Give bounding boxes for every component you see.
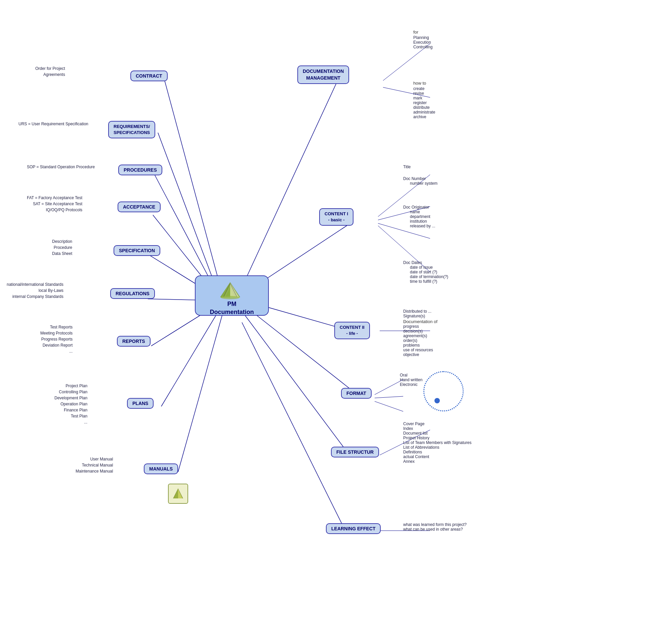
docmgmt-for-label: for: [413, 30, 432, 35]
content1-docnum-group: Doc Number number system: [403, 176, 437, 186]
learning-box: LEARNING EFFECT: [326, 523, 381, 534]
c2-docof-label: Documentation of: [403, 319, 437, 324]
contract-labels: Order for Project Agreements: [35, 66, 65, 78]
man-label-2: Technical Manual: [76, 462, 113, 468]
contract-label-2: Agreements: [35, 72, 65, 78]
procedures-labels: SOP = Standard Operation Procedure: [27, 164, 95, 170]
fmt-oral: Oral: [400, 373, 422, 378]
c1-docorg: Doc Originator: [403, 205, 435, 210]
acc-label-2: SAT = Site Acceptance Test: [27, 201, 82, 207]
fmt-handw: Hand written: [400, 378, 422, 382]
format-group: Oral Hand written Electronic: [400, 373, 422, 387]
specification-box: SPECIFICATION: [113, 245, 160, 256]
docmgmt-howto-7: archive: [413, 114, 435, 119]
docmgmt-for-3: Controlling: [413, 45, 432, 49]
docmgmt-howto-group: how to create revise mark register distr…: [413, 80, 435, 119]
spec-label-1: Description: [52, 238, 72, 244]
svg-line-25: [375, 396, 403, 398]
spec-label-3: Data Sheet: [52, 250, 72, 256]
svg-point-34: [221, 296, 240, 299]
acc-label-1: FAT = Factory Acceptance Test: [27, 195, 82, 201]
filestruct-group: Cover Page Index Document list Project H…: [403, 421, 471, 464]
format-dot: [434, 398, 440, 403]
reg-label-3: internal Company Standards: [7, 293, 64, 300]
c1-title: Title: [403, 165, 411, 169]
c2-agreement: agreement(s): [403, 334, 437, 338]
c1-dept: department: [410, 214, 435, 219]
proc-label-1: SOP = Standard Operation Procedure: [27, 164, 95, 170]
plans-node: PLANS: [127, 398, 154, 409]
small-book-icon: [168, 484, 188, 504]
c1-rel: released by ...: [410, 224, 435, 229]
c1-sig: Signature(s): [403, 314, 431, 318]
spec-label-2: Procedure: [52, 244, 72, 250]
rep-label-4: Deviation Report: [40, 342, 73, 348]
docmgmt-howto-label: how to: [413, 80, 435, 85]
docmgmt-howto-4: register: [413, 100, 435, 105]
reports-node: REPORTS: [117, 336, 150, 347]
procedures-box: PROCEDURES: [118, 165, 162, 175]
docmgmt-for-2: Execution: [413, 40, 432, 45]
content1-title-group: Title: [403, 165, 411, 169]
c2-problems: problems: [403, 343, 437, 348]
fs-team: List of Team Members with Signatures: [403, 440, 471, 445]
filestruct-box: FILE STRUCTUR: [331, 447, 379, 457]
rep-label-1: Test Reports: [40, 324, 73, 330]
requirements-labels: URS = User Requirement Specification: [19, 121, 88, 127]
regulations-box: REGULATIONS: [110, 288, 155, 299]
plan-label-7: ...: [55, 419, 87, 425]
docmgmt-howto-3: mark: [413, 96, 435, 100]
svg-line-7: [161, 306, 222, 406]
c2-progress: progress: [403, 324, 437, 329]
fs-doclist: Document list: [403, 431, 471, 436]
book-icon: [217, 279, 244, 302]
req-label-1: URS = User Requirement Specification: [19, 121, 88, 127]
svg-line-24: [375, 380, 403, 394]
requirements-node: REQUIREMENTS/SPECIFICATIONS: [108, 121, 155, 138]
reg-label-2: local By-Laws: [7, 287, 64, 293]
plan-label-5: Finance Plan: [55, 407, 87, 413]
fs-abbrev: List of Abbreviations: [403, 445, 471, 450]
content1-docdates-group: Doc Dates date of issue date of start (?…: [403, 260, 448, 284]
acceptance-labels: FAT = Factory Acceptance Test SAT = Site…: [27, 195, 82, 213]
procedures-node: PROCEDURES: [118, 165, 162, 175]
c1-dist: Distributed to ...: [403, 309, 431, 314]
plan-label-1: Project Plan: [55, 383, 87, 389]
svg-line-26: [375, 401, 403, 411]
fs-cover: Cover Page: [403, 421, 471, 426]
man-label-1: User Manual: [76, 456, 113, 462]
docmgmt-for-group: for Planning Execution Controlling: [413, 30, 432, 49]
manuals-labels: User Manual Technical Manual Maintenance…: [76, 456, 113, 474]
rep-label-2: Meeting Protocols: [40, 330, 73, 336]
center-node: PM Documentation: [195, 275, 269, 316]
c1-inst: institution: [410, 219, 435, 224]
docmgmt-for-1: Planning: [413, 35, 432, 40]
docmgmt-box: DOCUMENTATIONMANAGEMENT: [297, 66, 349, 84]
docmgmt-howto-6: administrate: [413, 110, 435, 114]
acceptance-node: ACCEPTANCE: [117, 202, 161, 212]
c1-docdates: Doc Dates: [403, 260, 448, 265]
content1-node: CONTENT I- basic -: [319, 208, 354, 226]
svg-line-9: [242, 84, 336, 287]
specification-labels: Description Procedure Data Sheet: [52, 238, 72, 256]
plan-label-4: Operation Plan: [55, 401, 87, 407]
learning-node: LEARNING EFFECT: [326, 523, 381, 534]
docmgmt-howto-2: revise: [413, 91, 435, 96]
format-box: FORMAT: [341, 388, 372, 399]
rep-label-3: Progress Reports: [40, 336, 73, 342]
reports-box: REPORTS: [117, 336, 150, 347]
rep-label-5: ...: [40, 348, 73, 354]
contract-box: CONTRACT: [130, 71, 168, 81]
specification-node: SPECIFICATION: [113, 245, 160, 256]
man-label-3: Maintenance Manual: [76, 468, 113, 474]
svg-line-14: [242, 322, 346, 532]
reports-labels: Test Reports Meeting Protocols Progress …: [40, 324, 73, 354]
docmgmt-node: DOCUMENTATIONMANAGEMENT: [297, 66, 349, 84]
plan-label-2: Controlling Plan: [55, 389, 87, 395]
c1-name: name: [410, 210, 435, 214]
plan-label-6: Test Plan: [55, 413, 87, 419]
c1-time: time to fulfill (?): [410, 279, 448, 284]
svg-line-1: [158, 133, 219, 294]
small-icon-node: [168, 484, 188, 504]
learn-2: what can be used in other areas?: [403, 527, 467, 532]
